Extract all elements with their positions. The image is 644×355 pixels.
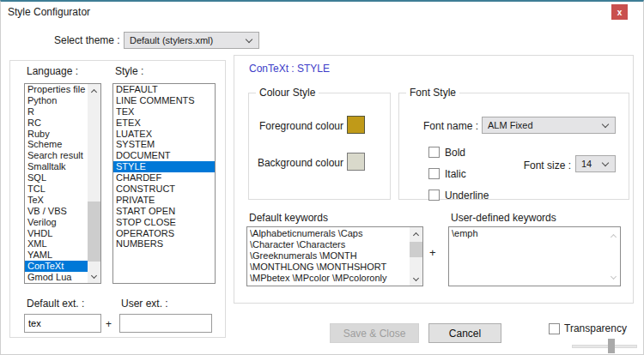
- cancel-label: Cancel: [449, 328, 481, 340]
- list-item[interactable]: VHDL: [25, 228, 88, 239]
- list-item[interactable]: Properties file: [25, 84, 88, 95]
- style-detail-panel: ConTeXt : STYLE Colour Style Foreground …: [234, 55, 634, 304]
- italic-checkbox[interactable]: [428, 168, 440, 179]
- transparency-slider-track[interactable]: [572, 345, 637, 348]
- chevron-down-icon: [602, 159, 609, 165]
- scroll-down-icon[interactable]: [410, 273, 422, 286]
- chevron-down-icon: [246, 35, 252, 42]
- panel-header: ConTeXt : STYLE: [249, 63, 330, 75]
- default-keywords-text: \Alphabeticnumerals \Caps \Character \Ch…: [250, 228, 409, 286]
- scrollbar-thumb[interactable]: [88, 202, 100, 262]
- list-item[interactable]: STYLE: [113, 161, 215, 172]
- language-listbox[interactable]: Properties filePythonRRCRubySchemeSearch…: [24, 83, 101, 284]
- colour-style-title: Colour Style: [256, 87, 319, 99]
- close-icon: x: [617, 8, 623, 17]
- list-item[interactable]: R: [25, 106, 88, 117]
- list-item[interactable]: CHARDEF: [113, 172, 215, 184]
- list-item[interactable]: CONSTRUCT: [113, 184, 215, 195]
- font-name-label: Font name :: [399, 120, 478, 132]
- background-colour-label: Background colour: [249, 157, 343, 169]
- bold-checkbox[interactable]: [428, 147, 440, 158]
- scroll-up-icon: [607, 229, 619, 242]
- style-configurator-dialog: Style Configurator x Select theme : Defa…: [0, 0, 644, 355]
- list-item[interactable]: START OPEN: [113, 206, 215, 217]
- user-keywords-box[interactable]: \emph: [448, 226, 621, 286]
- underline-checkbox[interactable]: [428, 190, 440, 201]
- language-label: Language :: [27, 65, 78, 77]
- window-title: Style Configurator: [8, 6, 90, 18]
- list-item[interactable]: Gmod Lua: [25, 272, 88, 283]
- list-item[interactable]: Smalltalk: [25, 161, 88, 172]
- close-button[interactable]: x: [611, 4, 628, 20]
- font-size-select[interactable]: 14: [575, 155, 616, 172]
- background-colour-swatch[interactable]: [347, 153, 365, 171]
- list-item[interactable]: VB / VBS: [25, 206, 88, 217]
- language-scrollbar[interactable]: [88, 84, 100, 283]
- list-item[interactable]: TEX: [113, 106, 215, 117]
- list-item[interactable]: LINE COMMENTS: [113, 95, 215, 106]
- list-item[interactable]: OPERATORS: [113, 228, 215, 239]
- list-item[interactable]: Search result: [25, 150, 88, 161]
- default-keywords-scrollbar[interactable]: [410, 227, 422, 286]
- list-item[interactable]: STOP CLOSE: [113, 217, 215, 228]
- list-item[interactable]: Ruby: [25, 129, 88, 140]
- bold-label: Bold: [445, 147, 465, 159]
- chevron-down-icon: [602, 120, 609, 127]
- list-item[interactable]: ETEX: [113, 117, 215, 129]
- ext-plus-sign: +: [106, 318, 112, 330]
- keywords-plus-sign: +: [429, 246, 436, 259]
- default-keywords-box[interactable]: \Alphabeticnumerals \Caps \Character \Ch…: [246, 226, 423, 286]
- list-item[interactable]: XML: [25, 238, 88, 250]
- list-item[interactable]: ConTeXt: [25, 261, 88, 272]
- foreground-colour-label: Foreground colour: [249, 120, 343, 132]
- style-label: Style :: [115, 65, 143, 77]
- theme-select-value: Default (stylers.xml): [130, 35, 243, 45]
- save-close-label: Save & Close: [343, 328, 406, 340]
- colour-style-groupbox: Colour Style Foreground colour Backgroun…: [248, 93, 391, 200]
- list-item[interactable]: DEFAULT: [113, 84, 215, 95]
- list-item[interactable]: Scheme: [25, 139, 88, 150]
- scroll-up-icon[interactable]: [88, 84, 100, 97]
- underline-label: Underline: [445, 190, 489, 202]
- style-listbox[interactable]: DEFAULTLINE COMMENTSTEXETEXLUATEXSYSTEMD…: [112, 83, 216, 284]
- foreground-colour-swatch[interactable]: [347, 116, 365, 134]
- font-style-title: Font Style: [406, 87, 459, 99]
- list-item[interactable]: Verilog: [25, 217, 88, 228]
- user-keywords-label: User-defined keywords: [451, 212, 556, 224]
- transparency-label: Transparency: [564, 322, 627, 334]
- list-item[interactable]: PRIVATE: [113, 195, 215, 206]
- select-theme-label: Select theme :: [54, 34, 120, 46]
- scrollbar-thumb[interactable]: [410, 242, 422, 257]
- font-style-groupbox: Font Style Font name : ALM Fixed Bold It…: [398, 93, 629, 200]
- user-ext-label: User ext. :: [121, 298, 168, 310]
- default-ext-input[interactable]: [24, 314, 101, 333]
- list-item[interactable]: LUATEX: [113, 129, 215, 140]
- list-item[interactable]: NUMBERS: [113, 238, 215, 250]
- scroll-up-icon[interactable]: [410, 227, 422, 240]
- user-keywords-text: \emph: [452, 228, 606, 286]
- theme-select[interactable]: Default (stylers.xml): [124, 32, 259, 49]
- user-ext-input[interactable]: [119, 314, 212, 333]
- cancel-button[interactable]: Cancel: [428, 323, 501, 343]
- list-item[interactable]: RC: [25, 117, 88, 129]
- list-item[interactable]: Python: [25, 95, 88, 106]
- font-name-value: ALM Fixed: [488, 120, 599, 130]
- default-keywords-label: Default keywords: [249, 212, 328, 224]
- default-ext-label: Default ext. :: [27, 298, 84, 310]
- transparency-slider-thumb[interactable]: [608, 339, 615, 353]
- scroll-down-icon[interactable]: [88, 270, 100, 283]
- italic-label: Italic: [445, 168, 466, 180]
- save-close-button[interactable]: Save & Close: [330, 323, 419, 343]
- list-item[interactable]: TCL: [25, 184, 88, 195]
- font-name-select[interactable]: ALM Fixed: [482, 117, 616, 134]
- list-item[interactable]: TeX: [25, 195, 88, 206]
- list-item[interactable]: SQL: [25, 172, 88, 184]
- font-size-label: Font size :: [511, 159, 571, 171]
- font-size-value: 14: [581, 159, 599, 169]
- list-item[interactable]: DOCUMENT: [113, 150, 215, 161]
- list-item[interactable]: YAML: [25, 250, 88, 261]
- transparency-checkbox[interactable]: [549, 323, 560, 334]
- list-item[interactable]: SYSTEM: [113, 139, 215, 150]
- scroll-down-icon: [607, 271, 619, 284]
